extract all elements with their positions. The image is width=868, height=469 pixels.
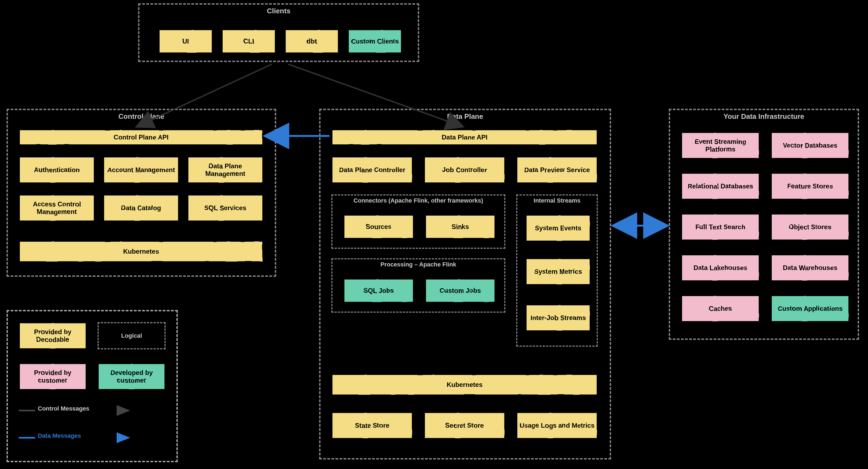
dp-controller: Data Plane Controller xyxy=(331,156,413,184)
internal-streams-title: Internal Streams xyxy=(517,197,597,204)
usage-logs: Usage Logs and Metrics xyxy=(516,412,598,439)
legend-green: Developed by customer xyxy=(98,363,165,390)
infra-caches: Caches xyxy=(681,295,760,322)
infra-vectordb: Vector Databases xyxy=(771,132,849,159)
processing-title: Processing – Apache Flink xyxy=(333,261,504,268)
legend-yellow: Provided by Decodable xyxy=(19,322,87,349)
internal-streams-subgroup: Internal Streams System Events System Me… xyxy=(516,194,598,347)
cp-dpmgmt: Data Plane Management xyxy=(187,156,264,184)
control-plane-api: Control Plane API xyxy=(19,129,264,146)
legend-data-label: Data Messages xyxy=(38,432,81,439)
connectors-title: Connectors (Apache Flink, other framewor… xyxy=(333,197,504,204)
dp-k8s: Kubernetes xyxy=(331,374,598,396)
cp-access: Access Control Management xyxy=(19,194,95,222)
dp-preview: Data Preview Service xyxy=(516,156,598,184)
sources-box: Sources xyxy=(343,215,414,239)
client-custom: Custom Clients xyxy=(348,29,402,54)
infra-lakehouses: Data Lakehouses xyxy=(681,254,760,281)
legend-group: Provided by Decodable Logical Provided b… xyxy=(6,310,178,462)
dp-jobctrl: Job Controller xyxy=(424,156,505,184)
legend-pink: Provided by customer xyxy=(19,363,87,390)
data-plane-title: Data Plane xyxy=(320,112,610,121)
svg-marker-3 xyxy=(117,432,130,443)
cp-sql: SQL Services xyxy=(187,194,264,222)
cp-auth: Authentication xyxy=(19,156,95,184)
cp-account: Account Management xyxy=(103,156,179,184)
legend-data-arrowhead-icon xyxy=(117,431,130,444)
system-events: System Events xyxy=(525,215,591,242)
clients-group: Clients UI CLI dbt Custom Clients xyxy=(138,3,419,62)
state-store: State Store xyxy=(331,412,413,439)
legend-logical: Logical xyxy=(98,322,165,349)
processing-subgroup: Processing – Apache Flink SQL Jobs Custo… xyxy=(331,258,505,313)
data-plane-group: Data Plane Data Plane API Data Plane Con… xyxy=(319,109,611,460)
infra-title: Your Data Infrastructure xyxy=(670,112,858,121)
custom-jobs-box: Custom Jobs xyxy=(425,278,496,303)
infra-relational: Relational Databases xyxy=(681,173,760,200)
secret-store: Secret Store xyxy=(424,412,505,439)
legend-data-arrow-icon xyxy=(19,434,35,442)
client-ui: UI xyxy=(158,29,213,54)
infra-object: Object Stores xyxy=(771,213,849,241)
client-cli: CLI xyxy=(222,29,276,54)
infra-feature: Feature Stores xyxy=(771,173,849,200)
legend-control-arrowhead-icon xyxy=(117,404,130,417)
client-dbt: dbt xyxy=(285,29,339,54)
infra-event-streaming: Event Streaming Platforms xyxy=(681,132,760,159)
clients-title: Clients xyxy=(140,7,418,15)
legend-control-label: Control Messages xyxy=(38,405,89,412)
infra-warehouses: Data Warehouses xyxy=(771,254,849,281)
svg-marker-1 xyxy=(117,405,130,416)
sinks-box: Sinks xyxy=(425,215,496,239)
infra-custom-apps: Custom Applications xyxy=(771,295,849,322)
control-plane-title: Control Plane xyxy=(8,112,275,121)
control-plane-group: Control Plane Control Plane API Authenti… xyxy=(6,109,276,277)
cp-catalog: Data Catalog xyxy=(103,194,179,222)
connectors-subgroup: Connectors (Apache Flink, other framewor… xyxy=(331,194,505,249)
cp-k8s: Kubernetes xyxy=(19,241,264,262)
legend-logical-label: Logical xyxy=(121,332,142,339)
data-plane-api: Data Plane API xyxy=(331,129,598,146)
interjob: Inter-Job Streams xyxy=(525,304,591,332)
legend-control-arrow-icon xyxy=(19,406,35,415)
infra-group: Your Data Infrastructure Event Streaming… xyxy=(669,109,859,340)
system-metrics: System Metrics xyxy=(525,258,591,285)
sql-jobs-box: SQL Jobs xyxy=(343,278,414,303)
infra-fulltext: Full Text Search xyxy=(681,213,760,241)
